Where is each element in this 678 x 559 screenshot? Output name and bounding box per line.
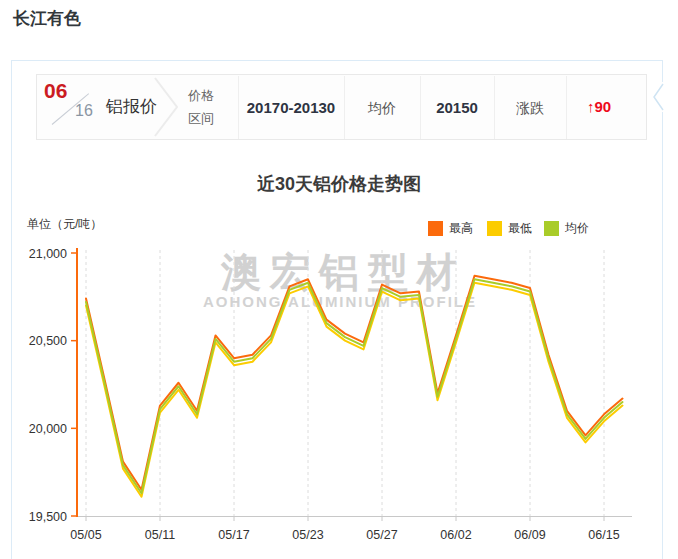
page-title: 长江有色 bbox=[13, 7, 81, 30]
price-range-label-line2: 区间 bbox=[186, 107, 216, 130]
price-range-label: 价格 区间 bbox=[186, 84, 216, 130]
watermark-chinese: 澳宏铝型材 bbox=[0, 252, 678, 292]
cell-divider bbox=[494, 76, 495, 139]
unit-label: 单位（元/吨） bbox=[27, 216, 102, 233]
change-amount: 90 bbox=[594, 98, 611, 115]
chart-title: 近30天铝价格走势图 bbox=[39, 172, 639, 196]
change-value: ↑90 bbox=[568, 98, 630, 115]
legend-item-low[interactable]: 最低 bbox=[487, 221, 532, 236]
price-range-value: 20170-20130 bbox=[240, 99, 342, 116]
legend-label-low: 最低 bbox=[508, 221, 532, 236]
cell-divider bbox=[566, 76, 567, 139]
watermark-english: AOHONG ALUMINIUM PROFILE bbox=[0, 293, 678, 310]
change-label: 涨跌 bbox=[496, 100, 564, 118]
legend-swatch-low bbox=[487, 221, 502, 236]
price-range-label-line1: 价格 bbox=[186, 84, 216, 107]
cell-divider bbox=[238, 76, 239, 139]
chevron-right-icon bbox=[152, 76, 182, 138]
legend-swatch-high bbox=[428, 221, 443, 236]
legend-item-high[interactable]: 最高 bbox=[428, 221, 473, 236]
collapse-arrow-icon[interactable] bbox=[648, 82, 666, 112]
avg-price-label: 均价 bbox=[346, 100, 418, 118]
avg-price-value: 20150 bbox=[422, 99, 492, 116]
watermark: 澳宏铝型材 AOHONG ALUMINIUM PROFILE bbox=[0, 252, 678, 310]
legend-swatch-avg bbox=[544, 221, 559, 236]
quote-date-month: 06 bbox=[44, 79, 67, 103]
cell-divider bbox=[420, 76, 421, 139]
legend-label-avg: 均价 bbox=[565, 221, 589, 236]
cell-divider bbox=[344, 76, 345, 139]
legend-label-high: 最高 bbox=[449, 221, 473, 236]
quote-date-day: 16 bbox=[75, 102, 93, 120]
legend-item-avg[interactable]: 均价 bbox=[544, 221, 589, 236]
quote-product-label: 铝报价 bbox=[106, 95, 157, 118]
